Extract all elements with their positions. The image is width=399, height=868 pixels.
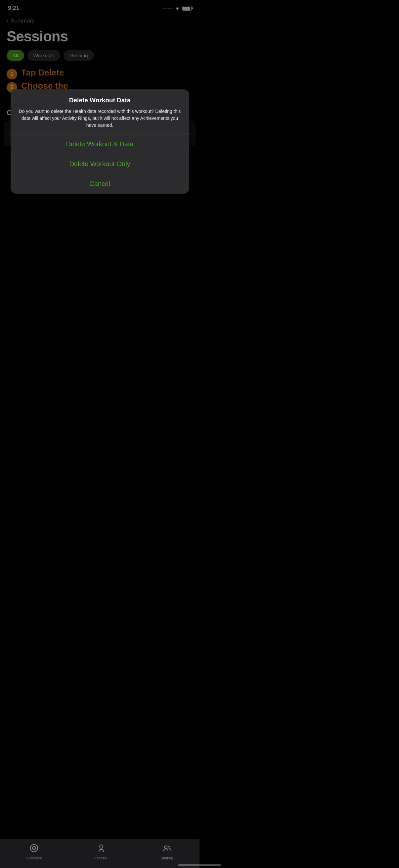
modal-overlay: Delete Workout Data Do you want to delet… xyxy=(0,0,199,434)
modal-body-text: Do you want to delete the Health data re… xyxy=(19,108,181,129)
delete-workout-only-button[interactable]: Delete Workout Only xyxy=(10,154,189,174)
delete-workout-data-button[interactable]: Delete Workout & Data xyxy=(10,134,189,154)
modal-header: Delete Workout Data Do you want to delet… xyxy=(10,89,189,134)
cancel-button[interactable]: Cancel xyxy=(10,174,189,194)
modal-title: Delete Workout Data xyxy=(19,97,181,104)
delete-workout-modal: Delete Workout Data Do you want to delet… xyxy=(10,89,189,194)
